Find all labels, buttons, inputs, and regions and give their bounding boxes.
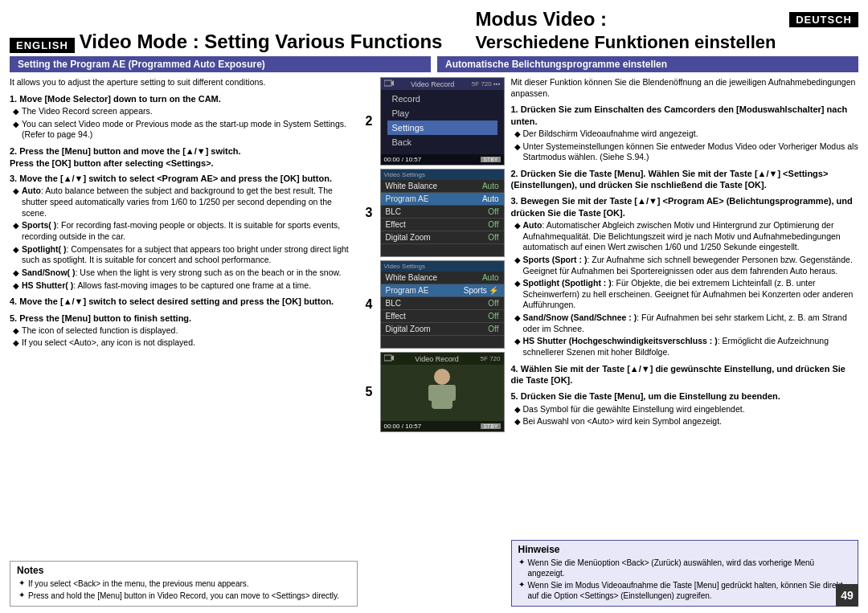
hinweise-text-2: Wenn Sie im Modus Videoaufnahme die Tast…: [528, 580, 852, 601]
step-4: 4. Move the [▲/▼] switch to select desir…: [10, 296, 358, 307]
screen-4-row-dz: Digital ZoomOff: [381, 323, 504, 336]
note-item-1: ✦ If you select <Back> in the menu, the …: [18, 578, 350, 589]
screen-3-row-dz: Digital ZoomOff: [381, 231, 504, 244]
de-step-4: 4. Wählen Sie mit der Taste [▲/▼] die ge…: [511, 363, 859, 386]
screen-4-header: Video Settings: [381, 261, 504, 272]
screen-2-icon: [384, 80, 394, 88]
screen-3-row-blc: BLCOff: [381, 206, 504, 219]
step-4-title: 4. Move the [▲/▼] switch to select desir…: [10, 296, 358, 307]
person-silhouette: [422, 367, 462, 415]
svg-rect-0: [384, 80, 391, 86]
svg-point-4: [434, 369, 450, 385]
english-intro: It allows you to adjust the aperture set…: [10, 77, 358, 88]
screen-3-row-wb: White BalanceAuto: [381, 180, 504, 193]
screen-3-header: Video Settings: [381, 170, 504, 180]
english-badge: ENGLISH: [10, 38, 75, 53]
step-5: 5. Press the [Menu] button to finish set…: [10, 313, 358, 349]
step-2-title: 2. Press the [Menu] button and move the …: [10, 145, 358, 157]
step3-bullet3: Spotlight( ): Compensates for a subject …: [22, 244, 358, 266]
screenshot-5: Video Record 5F 720 00:00 / 10:57: [380, 352, 505, 432]
screen-3-row-effect: EffectOff: [381, 219, 504, 231]
step5-bullet2: If you select <Auto>, any icon is not di…: [22, 337, 195, 349]
verschiedene-title: Verschiedene Funktionen einstellen: [475, 32, 858, 53]
de-step-5: 5. Drücken Sie die Taste [Menu], um die …: [511, 390, 859, 427]
screenshot-3-wrapper: 3 Video Settings White BalanceAuto Progr…: [380, 169, 505, 257]
page-number: 49: [836, 584, 858, 607]
screen-5-stby: STBY: [481, 423, 500, 429]
note-item-2: ✦ Press and hold the [Menu] button in Vi…: [18, 591, 350, 601]
screen-2-menu: Record Play Settings Back: [381, 90, 504, 151]
de-step3-b4: Sand/Snow (Sand/Schnee : ): Für Aufnahme…: [523, 313, 859, 334]
screen-3-row-ae: Program AEAuto: [381, 193, 504, 206]
de-step-2-title: 2. Drücken Sie die Taste [Menu]. Wählen …: [511, 168, 859, 191]
screenshot-2-wrapper: 2 Video Record 5F 720 ▪▪▪ Record Play Se…: [380, 77, 505, 166]
step1-bullet1: The Video Record screen appears.: [22, 106, 153, 117]
de-step-3: 3. Bewegen Sie mit der Taste [▲/▼] <Prog…: [511, 195, 859, 358]
menu-record[interactable]: Record: [387, 92, 497, 106]
screen-2-stby: STBY: [481, 157, 500, 162]
de-step3-b5: HS Shutter (Hochgeschwindigkeitsverschlu…: [523, 336, 859, 358]
de-step1-b1: Der Bildschirm Videoaufnahme wird angeze…: [523, 129, 698, 140]
step3-bullet2: Sports( ): For recording fast-moving peo…: [22, 220, 358, 242]
screen-4-row-wb: White BalanceAuto: [381, 272, 504, 284]
screen-2-info: 5F 720 ▪▪▪: [472, 80, 501, 88]
svg-rect-6: [428, 385, 436, 401]
note-text-2: Press and hold the [Menu] button in Vide…: [28, 591, 339, 601]
menu-back[interactable]: Back: [387, 135, 497, 149]
de-step1-b2: Unter Systemeinstellungen können Sie ent…: [523, 141, 859, 163]
step1-bullet2: You can select Video mode or Previous mo…: [22, 119, 358, 141]
screen-2-title: Video Record: [411, 80, 454, 88]
step3-bullet4: Sand/Snow( ): Use when the light is very…: [22, 268, 341, 279]
menu-settings[interactable]: Settings: [387, 121, 497, 135]
deutsch-badge: DEUTSCH: [789, 12, 858, 27]
screen-4-row-blc: BLCOff: [381, 297, 504, 310]
de-step-2: 2. Drücken Sie die Taste [Menu]. Wählen …: [511, 168, 859, 191]
screenshot-3: Video Settings White BalanceAuto Program…: [380, 169, 505, 257]
de-step-3-title: 3. Bewegen Sie mit der Taste [▲/▼] <Prog…: [511, 195, 859, 219]
step-1-title: 1. Move [Mode Selector] down to turn on …: [10, 93, 358, 104]
de-step5-b2: Bei Auswahl von <Auto> wird kein Symbol …: [523, 416, 722, 427]
screen-2-bottom: 00:00 / 10:57 STBY: [381, 154, 504, 165]
screen-5-time: 00:00 / 10:57: [384, 423, 422, 430]
hinweise-box: Hinweise ✦ Wenn Sie die Menüoption <Back…: [511, 540, 859, 607]
de-step3-b2: Sports (Sport : ): Zur Aufnahme sich sch…: [523, 255, 859, 276]
menu-play[interactable]: Play: [387, 106, 497, 121]
de-step5-b1: Das Symbol für die gewählte Einstellung …: [523, 404, 745, 415]
german-intro: Mit dieser Funktion können Sie die Blend…: [511, 77, 859, 99]
section-header-de: Automatische Belichtungsprogramme einste…: [437, 56, 858, 72]
section-header-en: Setting the Program AE (Programmed Auto …: [10, 56, 431, 72]
screen-2-header: Video Record 5F 720 ▪▪▪: [381, 78, 504, 90]
hinweise-title: Hinweise: [518, 544, 852, 555]
screen-5-header: Video Record 5F 720: [381, 353, 504, 365]
note-text-1: If you select <Back> in the menu, the pr…: [28, 578, 249, 589]
hinweise-item-1: ✦ Wenn Sie die Menüoption <Back> (Zurück…: [518, 558, 852, 578]
screen-step-3: 3: [366, 206, 373, 220]
screenshot-4-wrapper: 4 Video Settings White BalanceAuto Progr…: [380, 260, 505, 349]
screen-5-bottom: 00:00 / 10:57 STBY: [381, 421, 504, 431]
step-3-title: 3. Move the [▲/▼] switch to select <Prog…: [10, 173, 358, 184]
de-step3-b3: Spotlight (Spotlight : ): Für Objekte, d…: [523, 278, 859, 311]
screen-step-4: 4: [366, 297, 373, 312]
screen-4-row-effect: EffectOff: [381, 310, 504, 323]
de-step-4-title: 4. Wählen Sie mit der Taste [▲/▼] die ge…: [511, 363, 859, 386]
screenshot-2: Video Record 5F 720 ▪▪▪ Record Play Sett…: [380, 77, 505, 166]
de-step3-b1: Auto: Automatischer Abgleich zwischen Mo…: [523, 220, 859, 253]
screen-5-info: 5F 720: [481, 355, 501, 362]
step-3: 3. Move the [▲/▼] switch to select <Prog…: [10, 173, 358, 291]
svg-rect-2: [384, 355, 391, 361]
step5-bullet1: The icon of selected function is display…: [22, 325, 178, 337]
step-5-title: 5. Press the [Menu] button to finish set…: [10, 313, 358, 324]
cam-content: [381, 365, 504, 417]
step-2-sub: Press the [OK] button after selecting <S…: [10, 158, 358, 168]
step-1: 1. Move [Mode Selector] down to turn on …: [10, 93, 358, 141]
screen-step-2: 2: [366, 114, 373, 129]
hinweise-item-2: ✦ Wenn Sie im Modus Videoaufnahme die Ta…: [518, 580, 852, 601]
step3-bullet5: HS Shutter( ): Allows fast-moving images…: [22, 280, 311, 292]
screen-5-icon: [384, 354, 394, 363]
screen-5-title: Video Record: [415, 355, 458, 363]
screen-4-row-ae: Program AESports ⚡: [381, 284, 504, 297]
screenshot-4: Video Settings White BalanceAuto Program…: [380, 260, 505, 349]
modus-video-title: Modus Video :: [475, 8, 607, 31]
de-step-5-title: 5. Drücken Sie die Taste [Menu], um die …: [511, 390, 859, 402]
svg-rect-7: [448, 385, 456, 401]
